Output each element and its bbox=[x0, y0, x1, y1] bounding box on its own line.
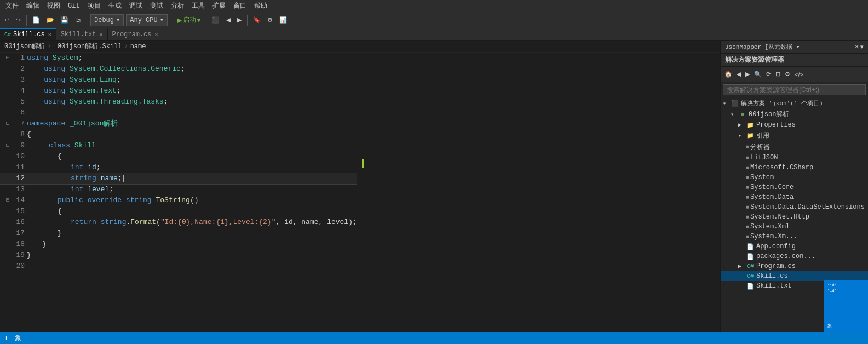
tree-packages[interactable]: ▶ 📄 packages.con... bbox=[721, 251, 868, 261]
cpu-dropdown[interactable]: Any CPU ▾ bbox=[126, 14, 168, 26]
menu-item-project[interactable]: 项目 bbox=[84, 0, 104, 12]
tab-skill-txt-close[interactable]: ✕ bbox=[99, 31, 102, 38]
tab-program-cs-close[interactable]: ✕ bbox=[155, 31, 158, 38]
line-num-18: 18 bbox=[12, 239, 27, 250]
toolbar-extra3[interactable]: 📊 bbox=[277, 15, 289, 25]
tree-ref-system[interactable]: ■ System bbox=[721, 173, 868, 182]
collapse-1[interactable]: ⊟ bbox=[4, 53, 12, 64]
breadcrumb-part-1[interactable]: 001json解析 bbox=[4, 42, 45, 51]
menu-item-build[interactable]: 生成 bbox=[105, 0, 125, 12]
code-8: { bbox=[27, 129, 31, 140]
tab-program-cs[interactable]: Program.cs ✕ bbox=[108, 28, 163, 40]
collapse-14[interactable]: ⊟ bbox=[4, 195, 12, 206]
rt-filter-btn[interactable]: 🔍 bbox=[752, 70, 763, 79]
menu-item-test[interactable]: 测试 bbox=[147, 0, 166, 12]
cpu-arrow-icon: ▾ bbox=[160, 16, 164, 24]
rt-collapse-btn[interactable]: ⊟ bbox=[774, 70, 782, 79]
tree-ref-systemdata[interactable]: ■ System.Data bbox=[721, 192, 868, 202]
scroll-change-indicator bbox=[362, 159, 364, 168]
tree-solution[interactable]: ▾ ⬛ 解决方案 'json'(1 个项目) bbox=[721, 98, 868, 108]
open-btn[interactable]: 📂 bbox=[44, 15, 56, 25]
code-4: using System.Text; bbox=[27, 85, 121, 96]
stop-btn[interactable]: ⬛ bbox=[210, 15, 222, 25]
save-btn[interactable]: 💾 bbox=[59, 15, 71, 25]
tree-ref-analyzer[interactable]: ■ 分析器 bbox=[721, 141, 868, 153]
tree-ref-xml1[interactable]: ■ System.Xml bbox=[721, 222, 868, 232]
rt-home-btn[interactable]: 🏠 bbox=[723, 70, 734, 79]
rt-props-btn[interactable]: ⚙ bbox=[783, 70, 792, 79]
back-btn[interactable]: ◀ bbox=[224, 15, 233, 25]
code-area[interactable]: ⊟ 1 using System; 2 using System.Collect… bbox=[0, 53, 720, 332]
menu-item-file[interactable]: 文件 bbox=[2, 0, 22, 12]
toolbar-extra2[interactable]: ⚙ bbox=[265, 15, 275, 25]
rt-code-btn[interactable]: </> bbox=[793, 70, 805, 79]
rt-fwd-btn[interactable]: ▶ bbox=[744, 70, 751, 79]
rt-back-btn[interactable]: ◀ bbox=[735, 70, 743, 79]
new-btn[interactable]: 📄 bbox=[30, 15, 42, 25]
menu-item-tools[interactable]: 工具 bbox=[188, 0, 208, 12]
rt-refresh-btn[interactable]: ⟳ bbox=[764, 70, 773, 79]
tab-skill-txt[interactable]: Skill.txt ✕ bbox=[56, 28, 108, 40]
breadcrumb-part-3[interactable]: name bbox=[130, 43, 146, 50]
run-button[interactable]: ▶ 启动 ▾ bbox=[175, 14, 203, 26]
tree-ref-litjson[interactable]: ■ LitJSON bbox=[721, 153, 868, 163]
tab-skill-cs[interactable]: C# Skill.cs ✕ bbox=[0, 28, 56, 40]
tree-ref-systemcore-icon: ■ bbox=[746, 185, 749, 191]
tree-project[interactable]: ▾ ■ 001json解析 bbox=[721, 108, 868, 120]
line-row-20: 20 bbox=[0, 261, 357, 272]
tree-ref-analyzer-icon: ■ bbox=[746, 144, 749, 150]
code-5: using System.Threading.Tasks; bbox=[27, 96, 168, 107]
tree-ref-xml2-label: System.Xm... bbox=[750, 233, 866, 240]
line-row-19: 19 } bbox=[0, 250, 357, 261]
right-collapse-btn[interactable]: ▾ bbox=[860, 43, 864, 50]
tree-ref-mscsharp[interactable]: ■ Microsoft.CSharp bbox=[721, 163, 868, 173]
code-15: { bbox=[27, 206, 62, 217]
collapse-9[interactable]: ⊟ bbox=[4, 140, 12, 151]
line-num-15: 15 bbox=[12, 206, 27, 217]
line-row-13: 13 int level; bbox=[0, 184, 357, 195]
mini-preview-line-2: "id" bbox=[827, 289, 865, 293]
debug-dropdown[interactable]: Debug ▾ bbox=[90, 14, 124, 26]
menu-item-view[interactable]: 视图 bbox=[44, 0, 64, 12]
tree-refs[interactable]: ▾ 📁 引用 bbox=[721, 130, 868, 141]
tab-skill-cs-close[interactable]: ✕ bbox=[48, 31, 51, 38]
breadcrumb-part-2[interactable]: _001json解析.Skill bbox=[54, 42, 122, 51]
tree-ref-systemcore[interactable]: ■ System.Core bbox=[721, 182, 868, 192]
menu-item-git[interactable]: Git bbox=[65, 0, 83, 12]
line-row-10: 10 { bbox=[0, 151, 357, 162]
redo-btn[interactable]: ↪ bbox=[14, 15, 23, 25]
status-item-1[interactable]: 象 bbox=[13, 334, 24, 343]
tree-properties[interactable]: ▶ 📁 Properties bbox=[721, 120, 868, 130]
mini-preview-text: 象 bbox=[827, 323, 865, 329]
menu-item-extensions[interactable]: 扩展 bbox=[209, 0, 229, 12]
tree-packages-label: packages.con... bbox=[756, 253, 866, 260]
menu-item-help[interactable]: 帮助 bbox=[251, 0, 271, 12]
tree-refs-label: 引用 bbox=[756, 131, 866, 140]
tree-ref-systemdataext[interactable]: ■ System.Data.DataSetExtensions bbox=[721, 202, 868, 212]
tree-ref-system-label: System bbox=[750, 174, 866, 181]
toolbar-sep-5 bbox=[247, 15, 248, 26]
menu-item-window[interactable]: 窗口 bbox=[230, 0, 250, 12]
forward-btn[interactable]: ▶ bbox=[235, 15, 244, 25]
line-num-13: 13 bbox=[12, 184, 27, 195]
undo-btn[interactable]: ↩ bbox=[2, 15, 12, 25]
code-10: { bbox=[27, 151, 62, 162]
save-all-btn[interactable]: 🗂 bbox=[73, 16, 83, 25]
line-row-14: ⊟ 14 public override string ToString() bbox=[0, 195, 357, 206]
tree-ref-xml2[interactable]: ■ System.Xm... bbox=[721, 232, 868, 242]
menu-item-analyze[interactable]: 分析 bbox=[168, 0, 187, 12]
right-close-btn[interactable]: ✕ bbox=[854, 43, 859, 50]
code-3: using System.Linq; bbox=[27, 74, 121, 85]
collapse-7[interactable]: ⊟ bbox=[4, 118, 12, 129]
menu-item-debug[interactable]: 调试 bbox=[126, 0, 146, 12]
tree-programcs[interactable]: ▶ C# Program.cs bbox=[721, 261, 868, 271]
tree-ref-nethttp[interactable]: ■ System.Net.Http bbox=[721, 212, 868, 222]
tree-ref-systemcore-label: System.Core bbox=[750, 184, 866, 191]
run-icon: ▶ bbox=[177, 16, 182, 24]
menu-item-edit[interactable]: 编辑 bbox=[23, 0, 43, 12]
tree-appconfig[interactable]: ▶ 📄 App.config bbox=[721, 242, 868, 251]
toolbar-extra1[interactable]: 🔖 bbox=[251, 15, 263, 25]
toolbar-sep-1 bbox=[26, 15, 27, 26]
search-input[interactable] bbox=[723, 84, 866, 95]
tree-ref-systemdata-icon: ■ bbox=[746, 194, 749, 200]
